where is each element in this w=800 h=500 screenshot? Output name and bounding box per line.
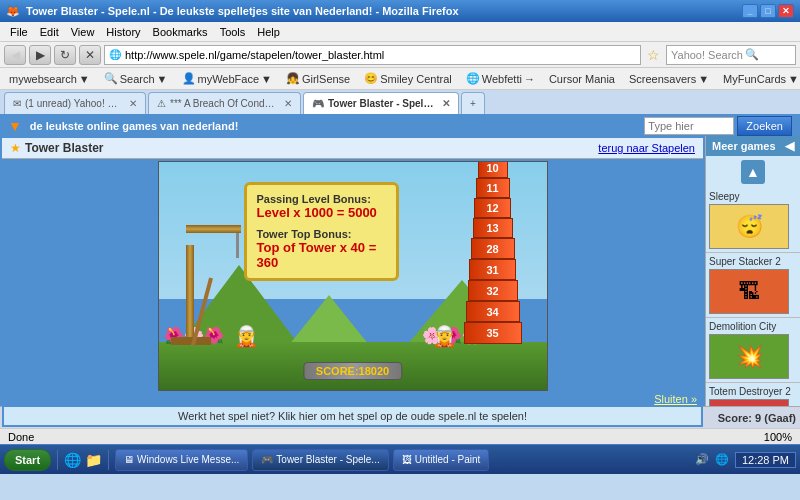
game-container: 🌺🌸🌺 🌸🌺🌸 <box>2 159 703 427</box>
messenger-icon: 🖥 <box>124 454 134 465</box>
bottom-game-text: Werkt het spel niet? Klik hier om het sp… <box>4 407 701 425</box>
taskbar-divider2 <box>108 450 109 470</box>
search-icon[interactable]: 🔍 <box>745 48 759 61</box>
cursor-label: Cursor Mania <box>549 73 615 85</box>
score-label: Score: 9 (Gaaf) <box>718 412 796 424</box>
taskbar-btn-paint[interactable]: 🖼 Untitled - Paint <box>393 449 490 471</box>
tab3-close[interactable]: ✕ <box>442 98 450 109</box>
window-controls: _ □ ✕ <box>742 4 794 18</box>
game-title-label: Tower Blaster <box>25 141 103 155</box>
tab-new[interactable]: + <box>461 92 485 114</box>
bookmark-search[interactable]: 🔍 Search ▼ <box>99 71 173 86</box>
game-thumb-totem: Totem Destroyer 2 🗿 <box>706 383 800 406</box>
menu-help[interactable]: Help <box>251 24 286 40</box>
menu-history[interactable]: History <box>100 24 146 40</box>
game-star-icon: ★ <box>10 141 21 155</box>
search-box[interactable]: Yahoo! Search 🔍 <box>666 45 796 65</box>
character-right: 🧝 <box>432 324 457 348</box>
menu-bookmarks[interactable]: Bookmarks <box>147 24 214 40</box>
game-section: ★ Tower Blaster terug naar Stapelen <box>0 136 705 406</box>
stop-button[interactable]: ✕ <box>79 45 101 65</box>
status-bar: Done 100% <box>0 428 800 444</box>
more-games-header: Meer games ◀ <box>706 136 800 156</box>
catapult-structure <box>171 225 241 345</box>
tab2-label: *** A Breach Of Conduct ***... <box>170 98 280 109</box>
paint-icon: 🖼 <box>402 454 412 465</box>
forward-button[interactable]: ▶ <box>29 45 51 65</box>
title-bar: 🦊 Tower Blaster - Spele.nl - De leukste … <box>0 0 800 22</box>
bookmark-star[interactable]: ☆ <box>644 47 663 63</box>
game-thumb-sleepy: Sleepy 😴 <box>706 188 800 253</box>
block-34: 34 <box>466 301 520 322</box>
sluiten-area: Sluiten » <box>4 391 701 407</box>
status-right: 100% <box>764 431 792 443</box>
back-to-stapelen[interactable]: terug naar Stapelen <box>598 142 695 154</box>
minimize-button[interactable]: _ <box>742 4 758 18</box>
tab-yahoo-mail[interactable]: ✉ (1 unread) Yahoo! Mail, lg_c... ✕ <box>4 92 146 114</box>
maximize-button[interactable]: □ <box>760 4 776 18</box>
mountain-mid <box>289 295 369 345</box>
tower-btn-label: Tower Blaster - Spele... <box>276 454 379 465</box>
girlsense-label: GirlSense <box>302 73 350 85</box>
tab-tower-blaster[interactable]: 🎮 Tower Blaster - Spele.nl - ... ✕ <box>303 92 459 114</box>
taskbar-ie-icon[interactable]: 🌐 <box>64 452 81 468</box>
tower-bonus-label: Tower Top Bonus: <box>257 228 386 240</box>
menu-edit[interactable]: Edit <box>34 24 65 40</box>
smiley-label: Smiley Central <box>380 73 452 85</box>
status-text: Done <box>8 431 34 443</box>
taskbar-folder-icon[interactable]: 📁 <box>85 452 102 468</box>
bookmark-smiley[interactable]: 😊 Smiley Central <box>359 71 457 86</box>
address-bar[interactable]: 🌐 http://www.spele.nl/game/stapelen/towe… <box>104 45 641 65</box>
search-placeholder: Yahoo! Search <box>671 49 743 61</box>
close-button[interactable]: ✕ <box>778 4 794 18</box>
new-tab-icon: + <box>470 98 476 109</box>
bookmark-myfuncards[interactable]: MyFunCards ▼ <box>718 72 800 86</box>
main-area: ★ Tower Blaster terug naar Stapelen <box>0 136 800 406</box>
block-10: 10 <box>478 161 508 178</box>
scroll-up-button[interactable]: ▲ <box>741 160 765 184</box>
menu-view[interactable]: View <box>65 24 101 40</box>
game-header: ★ Tower Blaster terug naar Stapelen <box>2 138 703 159</box>
taskbar-btn-tower[interactable]: 🎮 Tower Blaster - Spele... <box>252 449 388 471</box>
bookmark-screensavers[interactable]: Screensavers ▼ <box>624 72 714 86</box>
block-13: 13 <box>473 218 513 238</box>
webfetti-icon: 🌐 <box>466 72 480 85</box>
info-arrow: ▼ <box>8 118 22 134</box>
menu-tools[interactable]: Tools <box>214 24 252 40</box>
window-title: Tower Blaster - Spele.nl - De leukste sp… <box>26 5 742 17</box>
block-35: 35 <box>464 322 522 344</box>
sleepy-title: Sleepy <box>709 191 797 202</box>
tab1-close[interactable]: ✕ <box>129 98 137 109</box>
back-button[interactable]: ◀ <box>4 45 26 65</box>
taskbar: Start 🌐 📁 🖥 Windows Live Messe... 🎮 Towe… <box>0 444 800 474</box>
sleepy-thumbnail[interactable]: 😴 <box>709 204 789 249</box>
super-stacker-thumbnail[interactable]: 🏗 <box>709 269 789 314</box>
address-text: http://www.spele.nl/game/stapelen/tower_… <box>125 49 384 61</box>
collapse-button[interactable]: ◀ <box>785 139 794 153</box>
mywebface-icon: 👤 <box>182 72 196 85</box>
tab2-close[interactable]: ✕ <box>284 98 292 109</box>
tab-breach-of-conduct[interactable]: ⚠ *** A Breach Of Conduct ***... ✕ <box>148 92 301 114</box>
start-button[interactable]: Start <box>4 449 51 471</box>
bookmark-webfetti[interactable]: 🌐 Webfetti → <box>461 71 540 86</box>
address-icon: 🌐 <box>109 49 121 60</box>
sluiten-link[interactable]: Sluiten » <box>654 393 697 405</box>
game-frame[interactable]: 🌺🌸🌺 🌸🌺🌸 <box>158 161 548 391</box>
type-hier-input[interactable] <box>644 117 734 135</box>
zoeken-button[interactable]: Zoeken <box>737 116 792 136</box>
totem-thumbnail[interactable]: 🗿 <box>709 399 789 406</box>
tab1-favicon: ✉ <box>13 98 21 109</box>
bookmark-mywebface[interactable]: 👤 myWebFace ▼ <box>177 71 277 86</box>
block-11: 11 <box>476 178 510 198</box>
bookmark-girlsense[interactable]: 👧 GirlSense <box>281 71 355 86</box>
demolition-thumbnail[interactable]: 💥 <box>709 334 789 379</box>
websearch-item[interactable]: mywebsearch ▼ <box>4 72 95 86</box>
block-31: 31 <box>469 259 516 280</box>
taskbar-btn-messenger[interactable]: 🖥 Windows Live Messe... <box>115 449 248 471</box>
bookmark-cursor[interactable]: Cursor Mania <box>544 72 620 86</box>
score-bar: SCORE:18020 <box>303 362 402 380</box>
reload-button[interactable]: ↻ <box>54 45 76 65</box>
paint-label: Untitled - Paint <box>415 454 481 465</box>
messenger-label: Windows Live Messe... <box>137 454 239 465</box>
menu-file[interactable]: File <box>4 24 34 40</box>
